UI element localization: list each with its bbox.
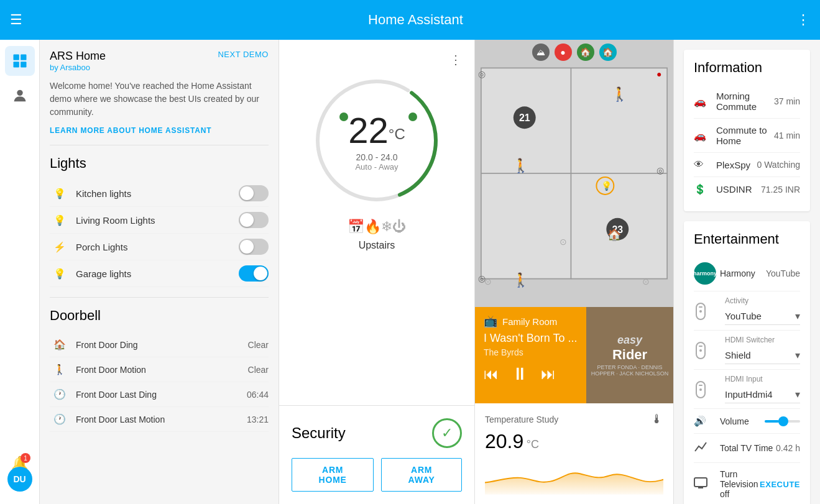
svg-text:◎: ◎ [478, 69, 486, 79]
album-art: easy Rider PETER FONDA · DENNIS HOPPER ·… [586, 307, 673, 403]
information-card: Information 🚗 Morning Commute 37 min 🚗 C… [684, 50, 810, 211]
svg-text:🚶: 🚶 [512, 272, 530, 288]
ars-home-author[interactable]: by Arsaboo [50, 63, 106, 72]
garage-lights-toggle[interactable] [239, 265, 269, 282]
list-item: 🕐 Front Door Last Motion 13:21 [50, 407, 269, 432]
security-header: Security ✓ [292, 418, 462, 448]
volume-slider[interactable] [765, 420, 800, 423]
doorbell-last-motion: Front Door Last Motion [76, 415, 247, 424]
temperature-study-card: Temperature Study 🌡 20.9 °C [475, 403, 673, 504]
thermostat-dots-menu[interactable]: ⋮ [449, 52, 462, 67]
svg-text:●: ● [656, 69, 661, 79]
thermometer-icon: 🌡 [651, 412, 663, 426]
temp-study-header: Temperature Study 🌡 [485, 412, 663, 426]
topbar: ☰ Home Assistant ⋮ [0, 0, 820, 40]
lightning-icon: ⚡ [50, 241, 70, 253]
thermostat-snowflake-icon[interactable]: ❄ [381, 219, 392, 235]
svg-text:⊙: ⊙ [484, 277, 492, 286]
doorbell-front-door-ding-value: Clear [248, 340, 269, 350]
svg-point-39 [699, 388, 702, 391]
list-item: 💡 Living Room Lights [50, 207, 269, 234]
svg-rect-11 [571, 68, 668, 173]
status-icon-4: 🏠 [599, 44, 617, 61]
thermostat-schedule-icon[interactable]: 📅 [348, 219, 364, 235]
activity-select-row: Activity YouTube ▾ [694, 291, 800, 331]
history-icon: 🕐 [50, 388, 70, 400]
volume-label: Volume [720, 416, 757, 426]
commute-home-label: Commute to Home [716, 125, 774, 146]
sidebar-avatar[interactable]: DU [7, 467, 32, 492]
hdmi-input-value: InputHdmi4 [725, 389, 795, 400]
thermostat-range: 20.0 - 24.0 [348, 152, 405, 162]
ars-home-header: ARS Home by Arsaboo NEXT DEMO [50, 50, 269, 72]
kitchen-lights-toggle[interactable] [239, 185, 269, 201]
temperature-chart [485, 458, 663, 495]
light-name-porch: Porch Lights [76, 242, 239, 252]
svg-point-8 [408, 112, 417, 121]
floorplan-view[interactable]: 21 23 🚶 🚶 🚶 💡 🏠 ⊙ ◎ ● ◎ ◎ ⊙ [475, 40, 673, 307]
thermostat-circle: 22°C 20.0 - 24.0 Auto - Away [308, 72, 445, 209]
temp-study-value-display: 20.9 °C [485, 430, 663, 453]
svg-text:🚶: 🚶 [611, 86, 629, 103]
svg-point-7 [339, 112, 348, 121]
column-floorplan: 21 23 🚶 🚶 🚶 💡 🏠 ⊙ ◎ ● ◎ ◎ ⊙ [475, 40, 674, 504]
learn-more-link[interactable]: LEARN MORE ABOUT HOME ASSISTANT [50, 126, 269, 135]
status-icon-1: ⛰ [532, 44, 550, 61]
sidebar-item-dashboard[interactable] [5, 46, 35, 76]
thermostat-card-header: ⋮ [292, 52, 462, 67]
activity-label: Activity [725, 296, 800, 305]
execute-button[interactable]: EXECUTE [760, 480, 800, 489]
light-name-living-room: Living Room Lights [76, 215, 239, 226]
doorbell-front-door-ding: Front Door Ding [76, 340, 248, 350]
light-bulb-icon: 💡 [50, 214, 70, 226]
menu-icon[interactable]: ☰ [10, 12, 22, 28]
thermostat-flame-icon[interactable]: 🔥 [364, 219, 381, 235]
doorbell-front-door-motion-value: Clear [248, 365, 269, 375]
thermostat-controls: 📅 🔥 ❄ ⏻ [335, 219, 418, 235]
thermostat-display: 22°C 20.0 - 24.0 Auto - Away 📅 🔥 ❄ ⏻ Ups… [292, 72, 462, 251]
hdmi-switcher-field: HDMI Switcher Shield ▾ [725, 336, 800, 364]
arm-away-button[interactable]: ARM AWAY [381, 458, 462, 492]
living-room-lights-toggle[interactable] [239, 212, 269, 228]
thermostat-power-icon[interactable]: ⏻ [392, 219, 406, 235]
sidebar-item-person[interactable] [5, 81, 35, 111]
svg-rect-2 [13, 62, 19, 67]
porch-lights-toggle[interactable] [239, 239, 269, 255]
light-name-kitchen: Kitchen lights [76, 188, 239, 199]
hdmi-switcher-select-wrap[interactable]: Shield ▾ [725, 347, 800, 364]
media-player-card: 📺 Family Room I Wasn't Born To ... The B… [475, 307, 673, 403]
hdmi-input-label: HDMI Input [725, 375, 800, 383]
thermostat-text: 22°C 20.0 - 24.0 Auto - Away [348, 109, 405, 172]
activity-dropdown-icon: ▾ [795, 310, 800, 322]
notification-badge: 1 [21, 453, 30, 463]
harmony-icon: harmony [694, 262, 720, 285]
hdmi-switcher-dropdown-icon: ▾ [795, 349, 800, 361]
svg-rect-40 [694, 478, 707, 487]
activity-select-wrap[interactable]: YouTube ▾ [725, 308, 800, 325]
arm-home-button[interactable]: ARM HOME [292, 458, 374, 492]
svg-rect-35 [699, 346, 703, 347]
list-item: 🚶 Front Door Motion Clear [50, 357, 269, 382]
svg-rect-3 [21, 62, 26, 67]
car-home-icon: 🚗 [694, 130, 716, 142]
list-item: 💡 Garage lights [50, 260, 269, 287]
info-row-usdinr: 💲 USDINR 71.25 INR [694, 177, 800, 201]
svg-rect-1 [21, 55, 26, 60]
info-row-morning-commute: 🚗 Morning Commute 37 min [694, 85, 800, 119]
media-prev-button[interactable]: ⏮ [484, 365, 499, 383]
thermostat-temperature: 22°C [348, 109, 405, 151]
hdmi-input-select-wrap[interactable]: InputHdmi4 ▾ [725, 386, 800, 403]
next-demo-button[interactable]: NEXT DEMO [218, 50, 269, 59]
media-source-row: 📺 Family Room [484, 314, 578, 328]
security-card: Security ✓ ARM HOME ARM AWAY [279, 405, 474, 504]
topbar-dots-icon[interactable]: ⋮ [796, 12, 810, 28]
doorbell-last-ding: Front Door Last Ding [76, 390, 247, 400]
media-next-button[interactable]: ⏭ [541, 365, 556, 383]
security-buttons: ARM HOME ARM AWAY [292, 458, 462, 492]
light-bulb-on-icon: 💡 [50, 268, 70, 280]
temp-study-label: Temperature Study [485, 415, 558, 424]
lights-section-title: Lights [50, 155, 269, 172]
media-pause-button[interactable]: ⏸ [511, 364, 528, 384]
usdinr-label: USDINR [716, 184, 761, 195]
tv-icon [694, 477, 720, 491]
